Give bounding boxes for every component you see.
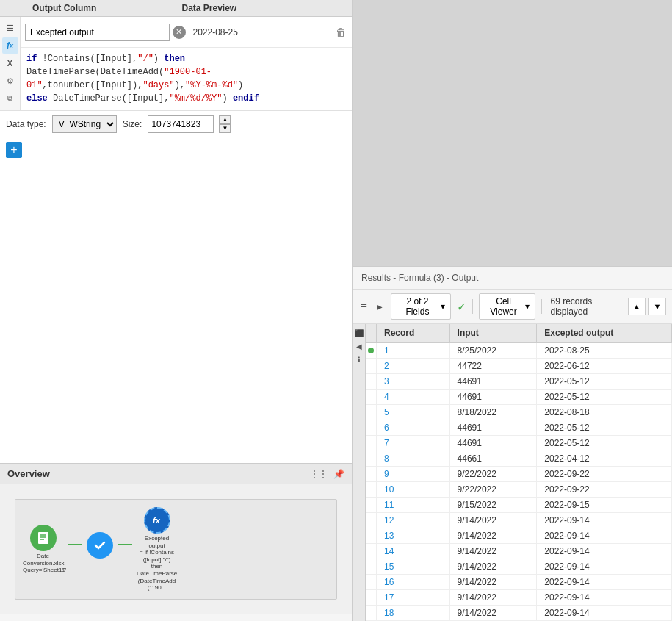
output-value: 2022-09-14 xyxy=(537,544,672,559)
input-value: 9/14/2022 xyxy=(449,559,537,575)
viewer-dropdown-icon: ▾ xyxy=(525,301,530,312)
input-value: 44691 xyxy=(449,420,537,436)
results-sidebar-icon[interactable]: ▶ xyxy=(375,301,385,312)
fields-button[interactable]: 2 of 2 Fields ▾ xyxy=(391,293,450,320)
table-row: 149/14/20222022-09-14 xyxy=(366,544,672,559)
copy-icon[interactable]: ⧉ xyxy=(2,90,18,107)
results-panel: Results - Formula (3) - Output ☰ ▶ 2 of … xyxy=(353,266,672,621)
record-number: 6 xyxy=(377,420,450,436)
table-row: 6446912022-05-12 xyxy=(366,420,672,436)
record-number: 18 xyxy=(377,606,450,621)
preview-value: 2022-08-25 xyxy=(189,26,332,39)
output-value: 2022-04-12 xyxy=(537,451,672,467)
fx-icon[interactable]: fx xyxy=(2,37,18,54)
row-indicator-cell xyxy=(366,467,377,482)
input-value: 44691 xyxy=(449,436,537,451)
row-indicator-cell xyxy=(366,606,377,621)
green-dot xyxy=(368,348,374,353)
record-number: 3 xyxy=(377,374,450,390)
row-indicator-cell xyxy=(366,390,377,405)
size-input[interactable] xyxy=(148,115,214,133)
output-value: 2022-09-14 xyxy=(537,590,672,606)
add-field-button[interactable]: + xyxy=(6,142,22,158)
record-number: 17 xyxy=(377,590,450,606)
nav-arrows: ▲ ▼ xyxy=(628,298,666,315)
record-number: 5 xyxy=(377,405,450,420)
row-indicator-cell xyxy=(366,575,377,590)
side-icon-1[interactable]: ⬛ xyxy=(353,327,365,339)
table-row: 8446612022-04-12 xyxy=(366,451,672,467)
results-toolbar: ☰ ▶ 2 of 2 Fields ▾ ✓ Cell Viewer ▾ 69 r… xyxy=(353,290,672,324)
datatype-select[interactable]: V_WString xyxy=(52,115,117,133)
svg-rect-0 xyxy=(38,532,48,544)
input-value: 9/14/2022 xyxy=(449,528,537,544)
input-value: 44691 xyxy=(449,374,537,390)
column-headers: Output Column Data Preview xyxy=(0,0,352,17)
toolbar-divider-2 xyxy=(541,299,542,314)
workflow-canvas: Date Conversion.xlsxQuery='Sheet1$' fx xyxy=(353,0,672,266)
table-row: 18/25/20222022-08-25 xyxy=(366,342,672,359)
data-table: Record Input Excepted output 18/25/20222… xyxy=(366,324,672,621)
viewer-button[interactable]: Cell Viewer ▾ xyxy=(479,293,535,320)
row-indicator-cell xyxy=(366,498,377,513)
results-menu-icon[interactable]: ☰ xyxy=(358,301,369,312)
record-number: 2 xyxy=(377,359,450,374)
output-value: 2022-09-14 xyxy=(537,513,672,528)
record-header: Record xyxy=(377,324,450,342)
row-indicator-cell xyxy=(366,342,377,359)
toolbar-divider xyxy=(472,299,473,314)
input-value: 9/14/2022 xyxy=(449,575,537,590)
add-row: + xyxy=(0,137,352,162)
record-number: 11 xyxy=(377,498,450,513)
mini-formula-icon: fx xyxy=(144,507,170,534)
input-value: 44691 xyxy=(449,390,537,405)
results-header: Results - Formula (3) - Output xyxy=(353,267,672,290)
field-name-input[interactable] xyxy=(25,24,170,41)
record-number: 10 xyxy=(377,482,450,498)
row-indicator-cell xyxy=(366,405,377,420)
output-value: 2022-09-14 xyxy=(537,575,672,590)
data-preview-header: Data Preview xyxy=(182,3,326,13)
fields-label: 2 of 2 Fields xyxy=(397,296,438,317)
input-value: 9/22/2022 xyxy=(449,482,537,498)
settings-icon[interactable]: ⚙ xyxy=(2,73,18,89)
size-down-button[interactable]: ▼ xyxy=(219,124,231,133)
mini-check-icon xyxy=(87,532,113,559)
row-indicator-cell xyxy=(366,544,377,559)
left-icon-bar: ☰ fx X ⚙ ⧉ xyxy=(0,17,21,110)
overview-canvas: DateConversion.xlsxQuery='Sheet1$' xyxy=(0,484,352,614)
side-icon-2[interactable]: ◀ xyxy=(353,340,365,352)
check-icon[interactable]: ✓ xyxy=(457,300,466,314)
clear-button[interactable]: ✕ xyxy=(173,26,186,39)
overview-pin-icon[interactable]: 📌 xyxy=(333,469,344,479)
record-number: 14 xyxy=(377,544,450,559)
output-value: 2022-09-14 xyxy=(537,528,672,544)
mini-workflow: DateConversion.xlsxQuery='Sheet1$' xyxy=(15,499,337,600)
nav-up-button[interactable]: ▲ xyxy=(628,298,646,315)
formula-text: if !Contains([Input],"/") then DateTimeP… xyxy=(26,52,346,105)
table-row: 109/22/20222022-09-22 xyxy=(366,482,672,498)
table-header-row: Record Input Excepted output xyxy=(366,324,672,342)
overview-menu-icon[interactable]: ⋮⋮ xyxy=(310,469,328,479)
table-row: 189/14/20222022-09-14 xyxy=(366,606,672,621)
row-indicator-cell xyxy=(366,513,377,528)
mini-connector-1 xyxy=(68,544,82,545)
move-icon[interactable]: ☰ xyxy=(2,20,18,36)
records-count: 69 records displayed xyxy=(551,296,622,317)
rename-icon[interactable]: X xyxy=(2,55,18,71)
mini-node-source: DateConversion.xlsxQuery='Sheet1$' xyxy=(23,525,63,574)
fields-dropdown-icon: ▾ xyxy=(441,301,445,312)
mini-node-formula: fx Excepted output= if !Contains([Input]… xyxy=(137,507,177,592)
nav-down-button[interactable]: ▼ xyxy=(648,298,666,315)
output-value: 2022-09-14 xyxy=(537,559,672,575)
row-indicator-cell xyxy=(366,451,377,467)
row-indicator-cell xyxy=(366,374,377,390)
record-number: 15 xyxy=(377,559,450,575)
size-up-button[interactable]: ▲ xyxy=(219,115,231,124)
delete-button[interactable]: 🗑 xyxy=(334,25,347,40)
input-value: 9/14/2022 xyxy=(449,590,537,606)
side-icon-3[interactable]: ℹ xyxy=(353,353,365,365)
record-number: 4 xyxy=(377,390,450,405)
side-icons: ⬛ ◀ ℹ xyxy=(353,324,366,621)
input-value: 8/25/2022 xyxy=(449,342,537,359)
